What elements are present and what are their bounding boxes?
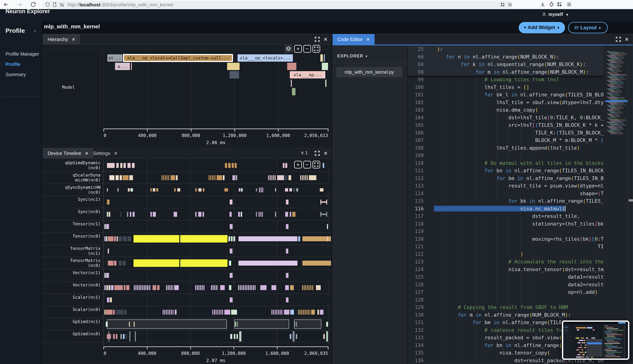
timeline-bar[interactable] [133, 259, 179, 267]
timeline-bar[interactable] [195, 212, 196, 217]
code-line[interactable]: 115for bk in nl.affine_range(TILES_ [408, 197, 604, 205]
timeline-bar[interactable] [114, 261, 116, 266]
timeline-bar[interactable] [239, 236, 297, 241]
timeline-bar[interactable] [284, 310, 289, 314]
code-line[interactable]: 118stationary=lhsT_tiles[bk [408, 220, 604, 228]
zoom-out-button[interactable]: − [303, 161, 311, 168]
apps-grid-icon[interactable] [557, 2, 562, 7]
code-line[interactable]: 122) [408, 250, 604, 258]
code-line[interactable]: 66for n in nl.affine_range(NUM_BLOCK_N): [408, 53, 604, 61]
flame-bar[interactable] [325, 80, 326, 87]
timeline-bar[interactable] [211, 285, 218, 290]
timeline-bar[interactable] [120, 163, 122, 168]
timeline-bar[interactable] [229, 285, 231, 290]
timeline-bar[interactable] [320, 212, 327, 217]
timeline-bar[interactable] [123, 163, 126, 168]
code-line[interactable]: 102lhsT_tile = sbuf.view(dtype=lhsT.dty [408, 98, 604, 106]
timeline-bar[interactable] [108, 248, 109, 254]
file-item[interactable]: mlp_with_mm_kernel.py [336, 67, 402, 77]
code-line[interactable]: 113result_tile = psum.view(dtype=nl [408, 182, 604, 190]
timeline-bar[interactable] [268, 175, 276, 180]
timeline-bar[interactable] [238, 285, 256, 290]
timeline-bar[interactable] [239, 261, 297, 266]
code-area[interactable]: 25):66for n in nl.affine_range(NUM_BLOCK… [408, 45, 604, 364]
close-icon[interactable]: ✕ [624, 36, 630, 42]
timeline-bar[interactable] [289, 188, 292, 192]
timeline-bar[interactable] [230, 298, 233, 302]
timeline-bar[interactable] [133, 235, 179, 242]
tab-group-icon[interactable] [500, 2, 505, 7]
timeline-bar[interactable] [320, 188, 324, 192]
timeline-bar[interactable] [157, 285, 159, 290]
timeline-bar[interactable] [104, 285, 106, 290]
reload-icon[interactable] [30, 2, 36, 8]
timeline-bar[interactable] [107, 298, 109, 302]
code-line[interactable]: 103nisa.dma_copy( [408, 106, 604, 114]
sidebar-item-profile[interactable]: Profile [6, 62, 20, 67]
timeline-bar[interactable] [294, 319, 322, 329]
timeline-bar[interactable] [134, 285, 151, 290]
timeline-bar[interactable] [241, 188, 243, 192]
code-line[interactable]: 125data1=result_ [408, 273, 604, 281]
timeline-bar[interactable] [285, 212, 288, 217]
timeline-bar[interactable] [107, 212, 108, 217]
timeline-bar[interactable] [114, 285, 123, 290]
timeline-bar[interactable] [129, 331, 130, 342]
timeline-bar[interactable] [290, 310, 294, 314]
timeline-bar[interactable] [230, 200, 233, 204]
timeline-bar[interactable] [285, 188, 288, 192]
timeline-bar[interactable] [283, 163, 285, 168]
timeline-bar[interactable] [234, 334, 236, 339]
code-line[interactable]: 128 [408, 296, 604, 304]
timeline-bar[interactable] [323, 163, 324, 168]
timeline-bar[interactable] [296, 188, 298, 192]
fit-view-button[interactable] [312, 161, 320, 168]
timeline-bar[interactable] [235, 163, 237, 168]
timeline-bar[interactable] [108, 331, 109, 342]
timeline-bar[interactable] [163, 310, 174, 314]
timeline-bar[interactable] [230, 224, 233, 229]
code-line[interactable]: 98for m in nl.affine_range(NUM_BLOCK_M): [408, 68, 604, 76]
timeline-bar[interactable] [123, 236, 127, 241]
zoom-in-button[interactable]: + [294, 161, 302, 168]
code-line[interactable]: 99# Loading tiles from lhsT [408, 76, 604, 84]
timeline-bar[interactable] [108, 261, 113, 266]
flame-bar[interactable] [287, 63, 296, 70]
timeline-bar[interactable] [203, 188, 204, 192]
timeline-bar[interactable] [217, 175, 222, 180]
timeline-bar[interactable] [111, 285, 113, 290]
timeline-bar[interactable] [235, 322, 236, 327]
timeline-bar[interactable] [320, 310, 324, 314]
timeline-bar[interactable] [239, 188, 241, 192]
timeline-bar[interactable] [296, 322, 297, 327]
timeline-bar[interactable] [230, 334, 232, 339]
flame-bar[interactable]: a... [115, 63, 130, 70]
timeline-bar[interactable] [230, 273, 233, 278]
timeline-bar[interactable] [302, 236, 331, 241]
layout-button[interactable]: Layout ▼ [568, 22, 608, 33]
close-icon[interactable]: ✕ [323, 150, 329, 156]
timeline-bar[interactable] [109, 212, 110, 217]
sidebar-item-profile-manager[interactable]: Profile Manager [6, 51, 39, 57]
timeline-bar[interactable] [106, 310, 112, 314]
timeline-bar[interactable] [110, 298, 112, 302]
timeline-bar[interactable] [116, 175, 119, 180]
timeline-bar[interactable] [153, 212, 156, 217]
timeline-bar[interactable] [107, 319, 227, 329]
timeline-bar[interactable] [225, 163, 227, 168]
sidebar-collapse-icon[interactable]: ‹ [34, 28, 36, 34]
tab-code-editor[interactable]: Code Editor✕ [333, 34, 374, 45]
code-line[interactable]: 119 [408, 228, 604, 235]
timeline-bar[interactable] [107, 163, 115, 168]
code-line[interactable]: 121TIL [408, 243, 604, 250]
timeline-bar[interactable] [235, 175, 237, 180]
timeline-bar[interactable] [198, 188, 201, 192]
timeline-bar[interactable] [109, 175, 114, 180]
timeline-bar[interactable] [237, 322, 238, 327]
flame-bar[interactable]: xla___op_<locals>... [238, 54, 293, 62]
timeline-bar[interactable] [309, 175, 316, 180]
timeline-bar[interactable] [125, 334, 127, 339]
code-line[interactable]: 116·····························nisa.nc_… [408, 205, 604, 212]
code-line[interactable]: 109 [408, 152, 604, 159]
timeline-bar[interactable] [259, 188, 264, 192]
